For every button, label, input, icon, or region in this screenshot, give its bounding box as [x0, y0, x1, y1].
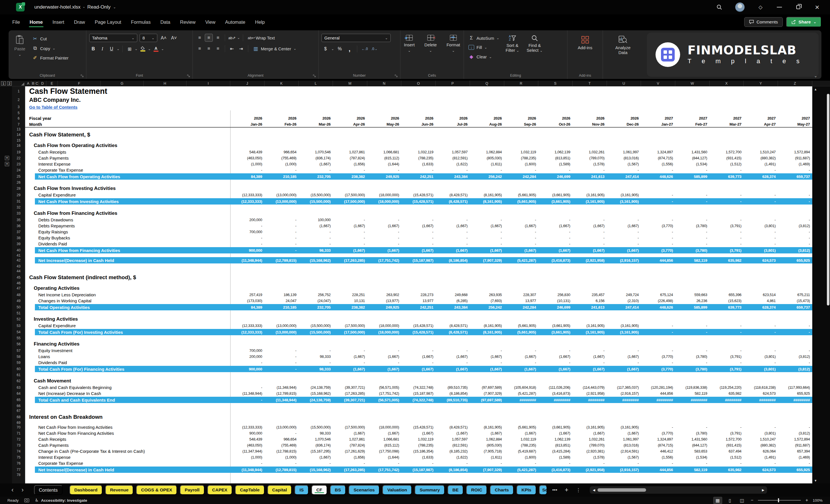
clear-button[interactable]: ◆Clear⌄ — [467, 53, 501, 61]
cell-R37[interactable]: - — [504, 229, 539, 235]
cell-U19[interactable]: 1,061,997 — [607, 149, 641, 155]
cell-Z54[interactable]: - — [778, 329, 812, 336]
cell-V59[interactable]: - — [641, 359, 675, 366]
menu-item-data[interactable]: Data — [156, 17, 175, 28]
cell-K25[interactable]: 210,185 — [264, 173, 299, 180]
row-header-68[interactable]: 68 — [12, 413, 25, 421]
cell-Y77[interactable]: 624,573 — [744, 466, 778, 473]
cell-W58[interactable]: (3,780) — [675, 353, 710, 359]
cell-Q57[interactable]: - — [470, 348, 504, 353]
column-header-M[interactable]: M — [333, 81, 367, 86]
cell-V50[interactable]: 448,626 — [641, 304, 675, 311]
cell-Z31[interactable]: - — [778, 198, 812, 205]
row-header-58[interactable]: 58 — [12, 353, 25, 359]
cell-Y59[interactable]: - — [744, 359, 778, 366]
row-header-63[interactable]: 63 — [12, 384, 25, 390]
cell-Y39[interactable]: - — [744, 241, 778, 247]
row-label[interactable]: Equity Investment — [25, 348, 230, 353]
cell-O77[interactable]: (15,187,987) — [401, 466, 436, 473]
cell-M31[interactable]: (17,500,000) — [333, 198, 367, 205]
row-header-7[interactable]: 7 — [12, 121, 25, 128]
cell-T25[interactable]: 241,613 — [573, 173, 607, 180]
cell-R6[interactable]: 2026 — [504, 115, 539, 121]
cell-Y53[interactable]: - — [744, 323, 778, 329]
cell-M25[interactable]: 238,382 — [333, 173, 367, 180]
cell-U25[interactable]: 247,414 — [607, 173, 641, 180]
row-header-74[interactable]: 74 — [12, 448, 25, 454]
row-label[interactable]: Financing Activities — [25, 340, 230, 348]
cell-V57[interactable]: - — [641, 348, 675, 353]
cell-Z77[interactable]: 655,925 — [778, 466, 812, 473]
cell-K50[interactable]: 210,185 — [264, 304, 299, 311]
cell-M59[interactable]: - — [333, 359, 367, 366]
cell-M73[interactable]: (787,824) — [333, 442, 367, 448]
cell-K53[interactable]: (13,000,000) — [264, 323, 299, 329]
row-header-77[interactable]: 77 — [12, 466, 25, 473]
cell-S75[interactable]: (1,589) — [538, 454, 573, 460]
cell-X39[interactable]: - — [710, 241, 744, 247]
cell-U53[interactable]: (3,161,905) — [607, 323, 641, 329]
cell-U49[interactable]: (2,310) — [607, 298, 641, 304]
cell-J31[interactable]: (12,333,333) — [230, 198, 264, 205]
cell-M22[interactable]: (787,824) — [333, 155, 367, 161]
cell-X63[interactable]: (119,254,220) — [710, 384, 744, 390]
cell-S57[interactable]: - — [538, 348, 573, 353]
cell-N60[interactable]: (1,667) — [367, 366, 402, 372]
cell-K40[interactable]: - — [264, 247, 299, 254]
row-label[interactable]: Operating Activities — [25, 285, 230, 292]
cell-L65[interactable]: (24,138,759) — [298, 397, 333, 403]
row-header-3[interactable]: 3 — [12, 103, 25, 111]
cell-Q59[interactable]: - — [470, 359, 504, 366]
cell-M6[interactable]: 2026 — [333, 115, 367, 121]
cell-P36[interactable]: (1,667) — [436, 223, 470, 229]
cell-Y7[interactable]: Apr-27 — [744, 121, 778, 127]
cell-Z50[interactable]: 659,737 — [778, 304, 812, 311]
cell-J40[interactable]: 900,000 — [230, 247, 264, 254]
cell-R72[interactable]: 1,032,119 — [504, 436, 539, 442]
cell-N73[interactable]: (815,112) — [367, 442, 402, 448]
column-header-S[interactable]: S — [538, 81, 573, 86]
cell-V64[interactable]: 444,856 — [641, 390, 675, 397]
cell-P6[interactable]: 2026 — [436, 115, 470, 121]
cell-J35[interactable]: 200,000 — [230, 217, 264, 223]
column-header-U[interactable]: U — [607, 81, 641, 86]
readonly-caret-icon[interactable]: ⌄ — [113, 5, 116, 9]
number-format-select[interactable]: General⌄ — [321, 34, 391, 42]
row-label[interactable]: Net Cash Flow from Financing Activities — [25, 430, 230, 436]
fill-color-button[interactable] — [139, 45, 147, 53]
row-header-26[interactable]: 26 — [12, 180, 25, 185]
row-header-15[interactable]: 15 — [12, 139, 25, 142]
cell-W35[interactable]: - — [675, 217, 710, 223]
cell-R71[interactable]: (1,667) — [504, 430, 539, 436]
cell-T75[interactable]: (1,578) — [573, 454, 607, 460]
row-header-25[interactable]: 25 — [12, 173, 25, 180]
cell-O64[interactable]: (15,187,987) — [401, 390, 436, 397]
cell-S48[interactable]: 256,830 — [538, 292, 573, 298]
cell-W73[interactable]: (844,127) — [675, 442, 710, 448]
cell-P72[interactable]: 1,057,597 — [436, 436, 470, 442]
cell-U71[interactable]: (1,667) — [607, 430, 641, 436]
cell-U50[interactable]: 247,414 — [607, 304, 641, 311]
cell-S23[interactable]: (1,589) — [538, 161, 573, 167]
cell-P31[interactable]: (8,428,571) — [436, 198, 470, 205]
cell-Z76[interactable]: - — [778, 460, 812, 466]
cell-M7[interactable]: Apr-26 — [333, 121, 367, 127]
cell-S72[interactable]: 1,062,139 — [538, 436, 573, 442]
find-select-button[interactable]: Find &Select ⌄ — [524, 34, 545, 54]
cell-Q63[interactable]: (97,697,589) — [470, 384, 504, 390]
cell-Z22[interactable]: (911,687) — [778, 155, 812, 161]
cell-U22[interactable]: (813,016) — [607, 155, 641, 161]
row-label[interactable]: ABC Company Inc. — [25, 96, 230, 103]
cell-V48[interactable]: 675,124 — [641, 292, 675, 298]
row-header-22[interactable]: 22 — [12, 155, 25, 161]
cell-M38[interactable]: - — [333, 235, 367, 241]
cell-T19[interactable]: 1,032,261 — [573, 149, 607, 155]
row-label[interactable]: Cash Payments — [25, 442, 230, 448]
row-header-44[interactable]: 44 — [12, 269, 25, 274]
cell-P23[interactable]: (1,622) — [436, 161, 470, 167]
cell-W59[interactable]: - — [675, 359, 710, 366]
cell-S6[interactable]: 2026 — [538, 115, 573, 121]
cell-O22[interactable]: (788,235) — [401, 155, 436, 161]
cell-T48[interactable]: 235,457 — [573, 292, 607, 298]
minimize-button[interactable] — [776, 4, 783, 10]
